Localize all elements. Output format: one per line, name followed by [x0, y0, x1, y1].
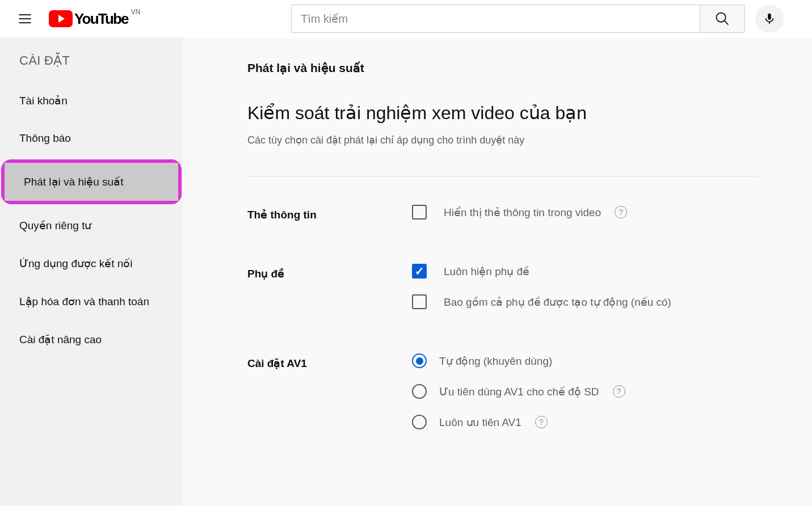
- option-text: Tự động (khuyên dùng): [439, 355, 552, 368]
- search-container: [291, 5, 784, 33]
- setting-subtitles: Phụ đề ✓ Luôn hiện phụ đề Bao gồm cả phụ…: [247, 264, 812, 325]
- setting-options: ✓ Luôn hiện phụ đề Bao gồm cả phụ đề đượ…: [412, 264, 812, 325]
- sidebar-title: CÀI ĐẶT: [0, 53, 183, 82]
- option-auto-subtitles: Bao gồm cả phụ đề được tạo tự động (nếu …: [412, 294, 812, 309]
- page-subtext: Các tùy chọn cài đặt phát lại chỉ áp dụn…: [247, 134, 812, 146]
- content-area: CÀI ĐẶT Tài khoản Thông báo Phát lại và …: [0, 37, 812, 506]
- setting-av1: Cài đặt AV1 Tự động (khuyên dùng) Ưu tiê…: [247, 353, 812, 445]
- youtube-icon: [49, 10, 73, 27]
- option-always-subtitles: ✓ Luôn hiện phụ đề: [412, 264, 812, 279]
- logo-box: YouTube: [49, 10, 128, 28]
- settings-sidebar: CÀI ĐẶT Tài khoản Thông báo Phát lại và …: [0, 37, 183, 506]
- option-av1-sd: Ưu tiên dùng AV1 cho chế độ SD ?: [412, 384, 812, 399]
- option-text: Ưu tiên dùng AV1 cho chế độ SD: [439, 385, 599, 398]
- help-icon[interactable]: ?: [535, 416, 548, 428]
- setting-label-subtitles: Phụ đề: [247, 264, 412, 325]
- country-code: VN: [131, 8, 141, 16]
- option-av1-auto: Tự động (khuyên dùng): [412, 353, 812, 368]
- setting-options: Hiển thị thẻ thông tin trong video ?: [412, 205, 812, 235]
- setting-options: Tự động (khuyên dùng) Ưu tiên dùng AV1 c…: [412, 353, 812, 445]
- search-button[interactable]: [700, 5, 745, 33]
- check-icon: ✓: [415, 264, 424, 278]
- radio-av1-always[interactable]: [412, 415, 427, 429]
- svg-rect-2: [768, 14, 771, 20]
- setting-label-info-cards: Thẻ thông tin: [247, 205, 412, 235]
- option-av1-always: Luôn ưu tiên AV1 ?: [412, 415, 812, 429]
- sidebar-item-notifications[interactable]: Thông báo: [0, 120, 183, 157]
- checkbox-info-cards[interactable]: [412, 205, 427, 220]
- radio-av1-auto[interactable]: [412, 353, 427, 368]
- microphone-icon: [763, 12, 776, 25]
- divider: [247, 176, 758, 176]
- highlight-annotation: Phát lại và hiệu suất: [1, 159, 182, 204]
- main-panel: Phát lại và hiệu suất Kiểm soát trải ngh…: [183, 37, 812, 506]
- option-show-info-cards: Hiển thị thẻ thông tin trong video ?: [412, 205, 812, 220]
- sidebar-item-connected-apps[interactable]: Ứng dụng được kết nối: [0, 244, 183, 282]
- sidebar-item-playback[interactable]: Phát lại và hiệu suất: [5, 163, 178, 201]
- logo-text: YouTube: [74, 10, 128, 28]
- page-heading: Kiểm soát trải nghiệm xem video của bạn: [247, 102, 812, 124]
- hamburger-icon: [17, 11, 33, 27]
- checkbox-auto-subtitles[interactable]: [412, 294, 427, 309]
- setting-info-cards: Thẻ thông tin Hiển thị thẻ thông tin tro…: [247, 205, 812, 235]
- search-icon: [714, 11, 730, 27]
- option-text: Luôn hiện phụ đề: [444, 265, 529, 278]
- checkbox-always-subtitles[interactable]: ✓: [412, 264, 427, 279]
- option-text: Hiển thị thẻ thông tin trong video: [444, 206, 601, 219]
- voice-search-button[interactable]: [755, 5, 784, 33]
- sidebar-item-account[interactable]: Tài khoản: [0, 82, 183, 120]
- menu-button[interactable]: [11, 5, 39, 32]
- radio-av1-sd[interactable]: [412, 384, 427, 399]
- option-text: Bao gồm cả phụ đề được tạo tự động (nếu …: [444, 296, 671, 309]
- logo[interactable]: YouTube VN: [49, 10, 140, 28]
- sidebar-item-advanced[interactable]: Cài đặt nâng cao: [0, 321, 183, 359]
- header: YouTube VN: [0, 0, 812, 37]
- svg-line-1: [725, 21, 729, 25]
- radio-dot-icon: [416, 357, 423, 365]
- section-label: Phát lại và hiệu suất: [247, 61, 812, 75]
- svg-point-0: [717, 13, 726, 22]
- sidebar-item-billing[interactable]: Lập hóa đơn và thanh toán: [0, 282, 183, 321]
- search-input[interactable]: [291, 5, 700, 33]
- sidebar-item-privacy[interactable]: Quyền riêng tư: [0, 206, 183, 244]
- option-text: Luôn ưu tiên AV1: [439, 416, 521, 429]
- setting-label-av1: Cài đặt AV1: [247, 353, 412, 445]
- help-icon[interactable]: ?: [615, 206, 627, 218]
- help-icon[interactable]: ?: [613, 385, 625, 398]
